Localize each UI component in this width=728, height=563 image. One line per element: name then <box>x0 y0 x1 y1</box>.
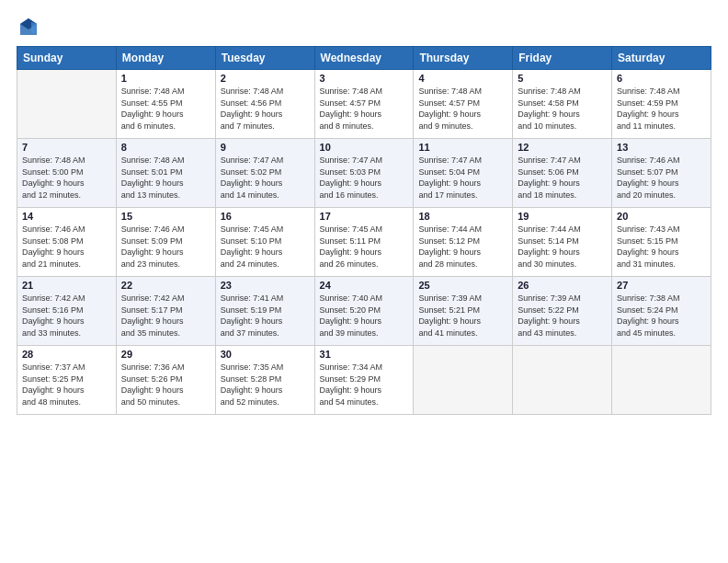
day-cell: 10Sunrise: 7:47 AMSunset: 5:03 PMDayligh… <box>314 139 414 208</box>
day-info: Sunrise: 7:48 AMSunset: 4:57 PMDaylight:… <box>320 86 409 132</box>
day-info: Sunrise: 7:48 AMSunset: 4:55 PMDaylight:… <box>121 86 210 132</box>
day-number: 6 <box>617 73 706 84</box>
calendar-header-row: SundayMondayTuesdayWednesdayThursdayFrid… <box>17 47 711 70</box>
day-info: Sunrise: 7:48 AMSunset: 4:58 PMDaylight:… <box>518 86 607 132</box>
day-info: Sunrise: 7:37 AMSunset: 5:25 PMDaylight:… <box>22 362 111 408</box>
day-info: Sunrise: 7:48 AMSunset: 5:01 PMDaylight:… <box>121 155 210 201</box>
day-number: 17 <box>320 211 409 222</box>
day-number: 13 <box>617 142 706 153</box>
day-info: Sunrise: 7:46 AMSunset: 5:08 PMDaylight:… <box>22 224 111 270</box>
calendar-week-row: 28Sunrise: 7:37 AMSunset: 5:25 PMDayligh… <box>17 346 711 415</box>
day-cell: 29Sunrise: 7:36 AMSunset: 5:26 PMDayligh… <box>116 346 215 415</box>
day-cell: 14Sunrise: 7:46 AMSunset: 5:08 PMDayligh… <box>17 208 117 277</box>
day-number: 5 <box>518 73 607 84</box>
day-info: Sunrise: 7:38 AMSunset: 5:24 PMDaylight:… <box>617 293 706 339</box>
day-cell: 11Sunrise: 7:47 AMSunset: 5:04 PMDayligh… <box>414 139 513 208</box>
day-info: Sunrise: 7:34 AMSunset: 5:29 PMDaylight:… <box>320 362 409 408</box>
day-cell: 13Sunrise: 7:46 AMSunset: 5:07 PMDayligh… <box>612 139 711 208</box>
day-number: 23 <box>221 280 310 291</box>
day-info: Sunrise: 7:42 AMSunset: 5:17 PMDaylight:… <box>121 293 210 339</box>
day-number: 11 <box>418 142 507 153</box>
calendar-week-row: 7Sunrise: 7:48 AMSunset: 5:00 PMDaylight… <box>17 139 711 208</box>
day-cell: 4Sunrise: 7:48 AMSunset: 4:57 PMDaylight… <box>414 70 513 139</box>
day-number: 1 <box>121 73 210 84</box>
day-cell: 1Sunrise: 7:48 AMSunset: 4:55 PMDaylight… <box>116 70 215 139</box>
day-number: 3 <box>320 73 409 84</box>
day-cell: 30Sunrise: 7:35 AMSunset: 5:28 PMDayligh… <box>215 346 314 415</box>
empty-cell <box>513 346 612 415</box>
day-info: Sunrise: 7:42 AMSunset: 5:16 PMDaylight:… <box>22 293 111 339</box>
day-info: Sunrise: 7:47 AMSunset: 5:06 PMDaylight:… <box>518 155 607 201</box>
col-header-thursday: Thursday <box>414 47 513 70</box>
page: SundayMondayTuesdayWednesdayThursdayFrid… <box>0 0 728 563</box>
day-info: Sunrise: 7:39 AMSunset: 5:22 PMDaylight:… <box>518 293 607 339</box>
day-cell: 3Sunrise: 7:48 AMSunset: 4:57 PMDaylight… <box>314 70 414 139</box>
day-cell: 27Sunrise: 7:38 AMSunset: 5:24 PMDayligh… <box>612 277 711 346</box>
calendar-week-row: 1Sunrise: 7:48 AMSunset: 4:55 PMDaylight… <box>17 70 711 139</box>
logo-icon <box>18 17 39 37</box>
empty-cell <box>612 346 711 415</box>
day-info: Sunrise: 7:48 AMSunset: 4:59 PMDaylight:… <box>617 86 706 132</box>
day-info: Sunrise: 7:41 AMSunset: 5:19 PMDaylight:… <box>221 293 310 339</box>
day-info: Sunrise: 7:36 AMSunset: 5:26 PMDaylight:… <box>121 362 210 408</box>
col-header-tuesday: Tuesday <box>215 47 314 70</box>
day-info: Sunrise: 7:40 AMSunset: 5:20 PMDaylight:… <box>320 293 409 339</box>
day-number: 15 <box>121 211 210 222</box>
day-number: 4 <box>418 73 507 84</box>
day-cell: 2Sunrise: 7:48 AMSunset: 4:56 PMDaylight… <box>215 70 314 139</box>
day-number: 7 <box>22 142 111 153</box>
calendar-table: SundayMondayTuesdayWednesdayThursdayFrid… <box>17 46 711 415</box>
day-info: Sunrise: 7:45 AMSunset: 5:11 PMDaylight:… <box>320 224 409 270</box>
day-number: 10 <box>320 142 409 153</box>
day-cell: 8Sunrise: 7:48 AMSunset: 5:01 PMDaylight… <box>116 139 215 208</box>
day-info: Sunrise: 7:47 AMSunset: 5:02 PMDaylight:… <box>221 155 310 201</box>
day-cell: 21Sunrise: 7:42 AMSunset: 5:16 PMDayligh… <box>17 277 117 346</box>
calendar-week-row: 14Sunrise: 7:46 AMSunset: 5:08 PMDayligh… <box>17 208 711 277</box>
day-info: Sunrise: 7:47 AMSunset: 5:03 PMDaylight:… <box>320 155 409 201</box>
day-number: 30 <box>221 349 310 360</box>
day-info: Sunrise: 7:44 AMSunset: 5:12 PMDaylight:… <box>418 224 507 270</box>
col-header-friday: Friday <box>513 47 612 70</box>
day-cell: 26Sunrise: 7:39 AMSunset: 5:22 PMDayligh… <box>513 277 612 346</box>
day-info: Sunrise: 7:48 AMSunset: 4:57 PMDaylight:… <box>418 86 507 132</box>
day-info: Sunrise: 7:44 AMSunset: 5:14 PMDaylight:… <box>518 224 607 270</box>
day-cell: 7Sunrise: 7:48 AMSunset: 5:00 PMDaylight… <box>17 139 117 208</box>
day-cell: 18Sunrise: 7:44 AMSunset: 5:12 PMDayligh… <box>414 208 513 277</box>
day-info: Sunrise: 7:47 AMSunset: 5:04 PMDaylight:… <box>418 155 507 201</box>
day-info: Sunrise: 7:45 AMSunset: 5:10 PMDaylight:… <box>221 224 310 270</box>
day-number: 19 <box>518 211 607 222</box>
day-number: 31 <box>320 349 409 360</box>
empty-cell <box>414 346 513 415</box>
empty-cell <box>17 70 117 139</box>
day-info: Sunrise: 7:43 AMSunset: 5:15 PMDaylight:… <box>617 224 706 270</box>
day-cell: 6Sunrise: 7:48 AMSunset: 4:59 PMDaylight… <box>612 70 711 139</box>
day-number: 26 <box>518 280 607 291</box>
day-number: 27 <box>617 280 706 291</box>
day-info: Sunrise: 7:35 AMSunset: 5:28 PMDaylight:… <box>221 362 310 408</box>
day-cell: 16Sunrise: 7:45 AMSunset: 5:10 PMDayligh… <box>215 208 314 277</box>
day-number: 18 <box>418 211 507 222</box>
day-cell: 25Sunrise: 7:39 AMSunset: 5:21 PMDayligh… <box>414 277 513 346</box>
day-number: 8 <box>121 142 210 153</box>
day-number: 29 <box>121 349 210 360</box>
day-number: 20 <box>617 211 706 222</box>
col-header-wednesday: Wednesday <box>314 47 414 70</box>
day-cell: 12Sunrise: 7:47 AMSunset: 5:06 PMDayligh… <box>513 139 612 208</box>
day-info: Sunrise: 7:46 AMSunset: 5:09 PMDaylight:… <box>121 224 210 270</box>
col-header-monday: Monday <box>116 47 215 70</box>
day-cell: 23Sunrise: 7:41 AMSunset: 5:19 PMDayligh… <box>215 277 314 346</box>
day-number: 25 <box>418 280 507 291</box>
day-cell: 28Sunrise: 7:37 AMSunset: 5:25 PMDayligh… <box>17 346 117 415</box>
day-number: 9 <box>221 142 310 153</box>
day-info: Sunrise: 7:39 AMSunset: 5:21 PMDaylight:… <box>418 293 507 339</box>
day-cell: 31Sunrise: 7:34 AMSunset: 5:29 PMDayligh… <box>314 346 414 415</box>
header <box>17 17 711 37</box>
day-number: 21 <box>22 280 111 291</box>
day-cell: 9Sunrise: 7:47 AMSunset: 5:02 PMDaylight… <box>215 139 314 208</box>
day-cell: 20Sunrise: 7:43 AMSunset: 5:15 PMDayligh… <box>612 208 711 277</box>
day-number: 22 <box>121 280 210 291</box>
col-header-sunday: Sunday <box>17 47 117 70</box>
day-cell: 17Sunrise: 7:45 AMSunset: 5:11 PMDayligh… <box>314 208 414 277</box>
day-number: 28 <box>22 349 111 360</box>
day-cell: 24Sunrise: 7:40 AMSunset: 5:20 PMDayligh… <box>314 277 414 346</box>
